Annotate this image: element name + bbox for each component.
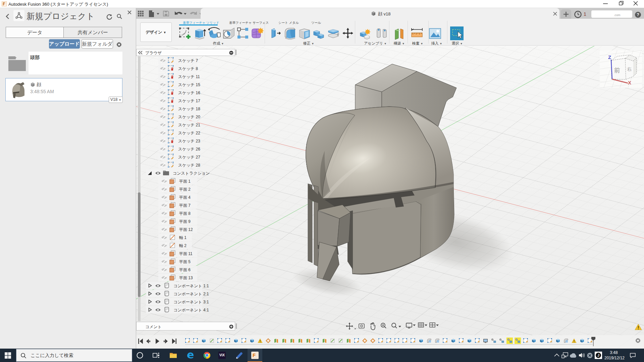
svg-text:X: X: [628, 80, 631, 85]
svg-text:右: 右: [627, 66, 632, 72]
svg-text:Z: Z: [608, 54, 611, 60]
svg-text:前: 前: [614, 67, 620, 74]
